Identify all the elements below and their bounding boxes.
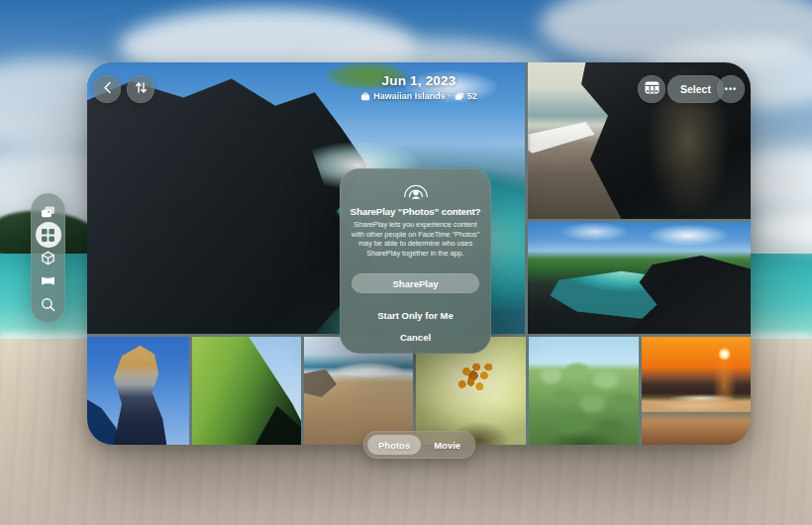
shareplay-confirm-label: SharePlay — [393, 278, 439, 289]
shareplay-confirm-button[interactable]: SharePlay — [352, 273, 479, 293]
photos-tab-bar — [31, 193, 65, 323]
more-options-button[interactable]: ••• — [717, 75, 745, 103]
photo-thumbnail-black-sand-cove[interactable] — [528, 222, 751, 334]
cube-icon — [41, 251, 55, 265]
photo-thumbnail-sunset-beach[interactable] — [642, 337, 751, 445]
memory-type-segmented-control: Photos Movie — [363, 431, 475, 459]
grid-view-button[interactable] — [638, 75, 665, 103]
dialog-title: SharePlay “Photos” content? — [344, 206, 487, 217]
grid-view-icon — [645, 80, 660, 98]
sidebar-item-search[interactable] — [36, 294, 61, 314]
sort-button[interactable] — [127, 75, 154, 103]
sidebar-item-photos[interactable] — [36, 202, 61, 222]
back-button[interactable] — [93, 75, 121, 103]
dialog-body-text: SharePlay lets you experience content wi… — [347, 220, 484, 258]
back-chevron-icon — [103, 80, 112, 98]
photo-thumbnail-green-ridge[interactable] — [192, 337, 301, 445]
search-icon — [41, 297, 55, 312]
sidebar-item-albums[interactable] — [36, 225, 61, 245]
photos-stack-icon — [41, 205, 55, 220]
albums-grid-icon — [41, 228, 55, 243]
shareplay-icon — [340, 179, 491, 200]
tab-movie[interactable]: Movie — [423, 435, 471, 455]
photo-thumbnail-woman-overlook[interactable] — [87, 337, 189, 445]
panorama-icon — [41, 273, 55, 288]
sidebar-item-spatial[interactable] — [36, 249, 61, 268]
photo-thumbnail-cactus[interactable] — [529, 337, 639, 445]
start-only-for-me-button[interactable]: Start Only for Me — [340, 310, 491, 321]
tab-photos[interactable]: Photos — [367, 435, 421, 455]
sort-arrows-icon — [135, 80, 148, 98]
select-button-label: Select — [680, 83, 711, 95]
cancel-button[interactable]: Cancel — [340, 332, 491, 343]
shareplay-dialog: SharePlay “Photos” content? SharePlay le… — [340, 168, 491, 354]
more-ellipsis-icon: ••• — [725, 84, 737, 94]
select-button[interactable]: Select — [667, 75, 724, 103]
visionos-photos-screen: Jun 1, 2023 Hawaiian Islands · 52 — [0, 0, 812, 525]
sidebar-item-panoramas[interactable] — [36, 271, 61, 291]
